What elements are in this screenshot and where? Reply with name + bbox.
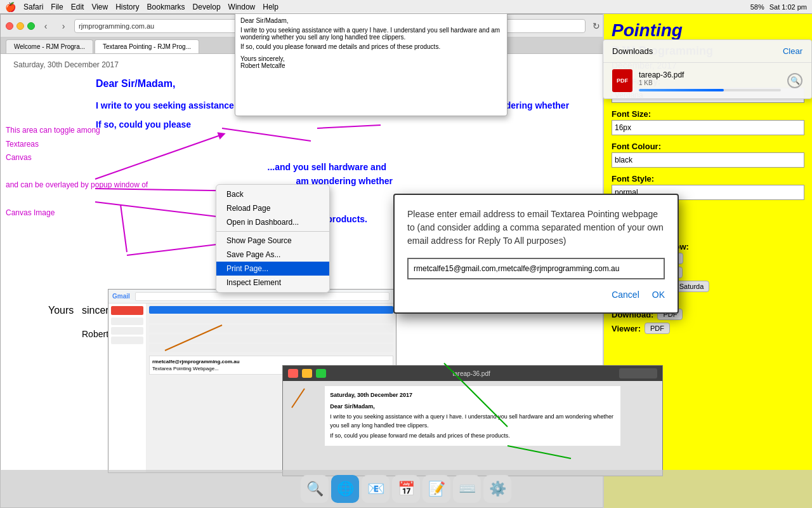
- fullscreen-button[interactable]: [27, 22, 35, 30]
- menu-history[interactable]: History: [115, 3, 139, 11]
- gmail-search[interactable]: [135, 292, 390, 301]
- viewer-pdf-button[interactable]: PDF: [645, 323, 670, 334]
- menu-file[interactable]: File: [51, 3, 63, 11]
- context-menu-dashboard[interactable]: Open in Dashboard...: [216, 215, 329, 229]
- context-menu-save[interactable]: Save Page As...: [216, 248, 329, 262]
- letter-yours: Yours: [48, 305, 74, 316]
- rp-font-style-label: Font Style:: [612, 174, 804, 184]
- downloads-clear-button[interactable]: Clear: [783, 46, 802, 56]
- pdf-file-icon: PDF: [612, 69, 632, 92]
- magnify-button[interactable]: 🔍: [787, 73, 802, 88]
- email-input[interactable]: [407, 258, 665, 279]
- forward-button[interactable]: ›: [56, 19, 70, 33]
- annotation-line4: Canvas: [6, 151, 148, 165]
- close-button[interactable]: [6, 22, 13, 30]
- dock: 🔍 🌐 📧 📅 📝 ⌨️ ⚙️: [0, 470, 812, 508]
- gmail-inbox[interactable]: [111, 318, 143, 325]
- dock-safari[interactable]: 🌐: [331, 475, 359, 503]
- menu-bar: 🍎 Safari File Edit View History Bookmark…: [0, 0, 812, 14]
- canvas-image-label: Canvas Image: [6, 206, 148, 220]
- dock-notes[interactable]: 📝: [422, 475, 450, 503]
- tab-textarea[interactable]: Textarea Pointing - RJM Prog...: [95, 39, 199, 53]
- gmail-sidebar: [108, 304, 147, 472]
- back-button[interactable]: ‹: [39, 19, 53, 33]
- menu-safari[interactable]: Safari: [23, 3, 43, 11]
- popup-salutation: Dear Sir/Madam,: [240, 17, 502, 24]
- downloads-header: Downloads Clear: [603, 40, 811, 63]
- pdf-minimize[interactable]: [302, 369, 312, 378]
- clock: Sat 1:02 pm: [769, 3, 807, 11]
- pdf-search-bar[interactable]: [619, 368, 657, 378]
- download-info: tareap-36.pdf 1 KB: [639, 70, 781, 91]
- menu-view[interactable]: View: [91, 3, 108, 11]
- menu-help[interactable]: Help: [263, 3, 278, 11]
- battery-indicator: 58%: [750, 3, 764, 11]
- tab-welcome[interactable]: Welcome - RJM Progra...: [6, 39, 93, 53]
- gmail-sent[interactable]: [111, 327, 143, 335]
- context-menu-source[interactable]: Show Page Source: [216, 234, 329, 248]
- reload-button[interactable]: ↻: [589, 19, 603, 33]
- popup-para2: If so, could you please forward me detai…: [240, 43, 502, 50]
- canvas-image-button[interactable]: Saturda: [674, 281, 710, 292]
- download-filename: tareap-36.pdf: [639, 70, 781, 79]
- context-menu-back[interactable]: Back: [216, 187, 329, 201]
- menu-develop[interactable]: Develop: [193, 3, 221, 11]
- download-item: PDF tareap-36.pdf 1 KB 🔍: [603, 63, 811, 98]
- gmail-logo: Gmail: [112, 293, 130, 300]
- letter-para2: If so, could you please: [96, 117, 596, 131]
- downloads-panel: Downloads Clear PDF tareap-36.pdf 1 KB 🔍: [603, 39, 812, 99]
- gmail-row-5[interactable]: [149, 344, 393, 352]
- pdf-para2: If so, could you please forward me detai…: [330, 432, 615, 441]
- popup-sign: Yours sincerely,: [240, 55, 502, 62]
- annotation-line3: Textareas: [6, 138, 148, 152]
- rp-viewer-label: Viewer:: [612, 324, 641, 333]
- email-dialog-text: Please enter email address to email Text…: [407, 208, 665, 248]
- letter-yours-section: Yours: [48, 305, 74, 316]
- popup-letter-content: Dear Sir/Madam, I write to you seeking a…: [240, 17, 502, 69]
- pdf-date: Saturday, 30th December 2017: [330, 391, 615, 400]
- gmail-compose[interactable]: [111, 306, 143, 315]
- minimize-button[interactable]: [16, 22, 24, 30]
- rp-title: Pointing: [612, 20, 804, 41]
- pdf-content: Saturday, 30th December 2017 Dear Sir/Ma…: [283, 381, 662, 476]
- rp-font-size-input[interactable]: [612, 120, 804, 135]
- downloads-title: Downloads: [612, 46, 653, 56]
- gmail-row-3[interactable]: [149, 325, 393, 333]
- dock-calendar[interactable]: 📅: [392, 475, 420, 503]
- popup-para1: I write to you seeking assistance with a…: [240, 27, 502, 41]
- popup-name: Robert Metcalfe: [240, 62, 502, 69]
- dock-terminal[interactable]: ⌨️: [453, 475, 481, 503]
- pdf-salutation: Dear Sir/Madam,: [330, 403, 615, 411]
- sidebar-annotation: This area can toggle among Textareas Can…: [6, 124, 148, 220]
- download-progress-bar-container: [639, 89, 781, 91]
- menu-edit[interactable]: Edit: [71, 3, 84, 11]
- menu-bookmarks[interactable]: Bookmarks: [147, 3, 185, 11]
- apple-menu[interactable]: 🍎: [5, 2, 16, 12]
- rp-font-colour-label: Font Colour:: [612, 142, 804, 151]
- pdf-page: Saturday, 30th December 2017 Dear Sir/Ma…: [325, 386, 620, 446]
- gmail-row-1[interactable]: [149, 306, 393, 314]
- gmail-row-2[interactable]: [149, 316, 393, 323]
- menu-window[interactable]: Window: [228, 3, 256, 11]
- pdf-fullscreen[interactable]: [316, 369, 326, 378]
- context-menu-reload[interactable]: Reload Page: [216, 201, 329, 215]
- popup-page: Dear Sir/Madam, I write to you seeking a…: [235, 11, 508, 116]
- pdf-viewer: tareap-36.pdf Saturday, 30th December 20…: [282, 365, 663, 476]
- download-filesize: 1 KB: [639, 79, 781, 86]
- gmail-row-4[interactable]: [149, 335, 393, 342]
- gmail-drafts[interactable]: [111, 337, 143, 344]
- pdf-title: tareap-36.pdf: [330, 370, 613, 377]
- pdf-close[interactable]: [288, 369, 298, 378]
- rp-font-colour-input[interactable]: [612, 152, 804, 168]
- context-menu-print[interactable]: Print Page...: [216, 262, 329, 276]
- tab-textarea-label: Textarea Pointing - RJM Prog...: [103, 43, 191, 50]
- ok-button[interactable]: OK: [652, 290, 665, 300]
- dock-finder[interactable]: 🔍: [301, 475, 329, 503]
- context-menu-sep1: [216, 231, 329, 232]
- context-menu-inspect[interactable]: Inspect Element: [216, 276, 329, 290]
- dock-mail[interactable]: 📧: [362, 475, 390, 503]
- dock-settings[interactable]: ⚙️: [483, 475, 511, 503]
- cancel-button[interactable]: Cancel: [612, 290, 639, 300]
- letter-right1: ...and you sell hardware and: [268, 162, 387, 172]
- annotation-line6: and can be overlayed by popup window of: [6, 178, 148, 192]
